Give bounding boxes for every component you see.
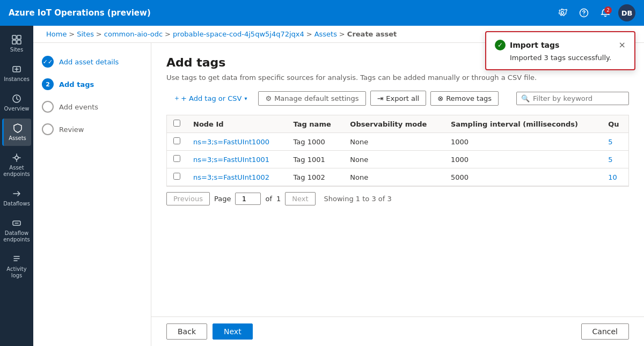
svg-point-8	[15, 156, 18, 159]
step-add-asset-details[interactable]: ✓ Add asset details	[42, 56, 142, 68]
table-row: ns=3;s=FastUInt1000 Tag 1000 None 1000 5	[167, 133, 628, 151]
breadcrumb-odc[interactable]: common-aio-odc	[104, 30, 163, 38]
notification-badge: 2	[604, 6, 612, 14]
row-checkbox[interactable]	[173, 173, 180, 180]
svg-rect-5	[17, 40, 21, 44]
settings-button[interactable]	[554, 4, 571, 21]
qu-cell: 10	[602, 168, 628, 186]
sidebar-label-activity-logs: Activity logs	[4, 266, 29, 279]
bottom-bar: Back Next Cancel	[151, 316, 644, 346]
step-circle-3	[42, 101, 54, 113]
previous-button[interactable]: Previous	[166, 192, 210, 205]
select-all-checkbox[interactable]	[173, 120, 180, 127]
top-navigation: Azure IoT Operations (preview) 2 DB	[0, 0, 644, 26]
export-all-button[interactable]: ⇥ Export all	[370, 91, 427, 106]
add-tag-csv-button[interactable]: ＋ + Add tag or CSV ▾	[166, 90, 254, 106]
qu-cell: 5	[602, 133, 628, 151]
breadcrumb-assets[interactable]: Assets	[314, 30, 337, 38]
row-checkbox[interactable]	[173, 155, 180, 162]
user-avatar[interactable]: DB	[618, 4, 635, 21]
notification-button[interactable]: 2	[597, 4, 614, 21]
panel-content: Add tags Use tags to get data from speci…	[151, 43, 644, 316]
sidebar-item-dataflows[interactable]: Dataflows	[2, 184, 31, 211]
table: Node Id Tag name Observability mode Samp…	[167, 115, 628, 186]
inner-layout: ✓ Add asset details 2 Add tags Add event…	[33, 43, 644, 346]
toast-message: Imported 3 tags successfully.	[495, 54, 626, 62]
row-checkbox[interactable]	[173, 137, 180, 144]
sidebar-label-instances: Instances	[4, 76, 30, 83]
sidebar-label-dataflows: Dataflows	[3, 201, 30, 207]
tag-name-cell: Tag 1000	[287, 133, 344, 151]
sidebar-item-assets[interactable]: Assets	[2, 119, 31, 146]
page-description: Use tags to get data from specific sourc…	[166, 73, 629, 82]
sidebar-label-sites: Sites	[10, 47, 23, 53]
step-circle-1: ✓	[42, 56, 54, 68]
step-add-tags[interactable]: 2 Add tags	[42, 78, 142, 90]
gear-icon: ⚙	[265, 94, 272, 102]
cancel-button[interactable]: Cancel	[581, 323, 629, 340]
col-node-id: Node Id	[187, 115, 287, 133]
of-label: of	[265, 195, 272, 203]
tag-name-cell: Tag 1002	[287, 168, 344, 186]
svg-rect-4	[12, 40, 16, 44]
breadcrumb-sites[interactable]: Sites	[77, 30, 94, 38]
tag-name-cell: Tag 1001	[287, 151, 344, 168]
filter-input[interactable]	[533, 94, 624, 102]
step-label-4: Review	[59, 126, 84, 134]
col-tag-name: Tag name	[287, 115, 344, 133]
export-icon: ⇥	[377, 94, 384, 102]
sidebar-item-overview[interactable]: Overview	[2, 89, 31, 116]
sidebar-item-sites[interactable]: Sites	[2, 30, 31, 57]
step-review[interactable]: Review	[42, 123, 142, 135]
qu-cell: 5	[602, 151, 628, 168]
back-button[interactable]: Back	[166, 323, 207, 340]
remove-tags-button[interactable]: ⊗ Remove tags	[430, 91, 499, 106]
sampling-cell: 1000	[444, 151, 602, 168]
tags-table: Node Id Tag name Observability mode Samp…	[166, 115, 629, 187]
table-row: ns=3;s=FastUInt1002 Tag 1002 None 5000 1…	[167, 168, 628, 186]
svg-point-1	[583, 14, 584, 16]
col-qu: Qu	[602, 115, 628, 133]
next-button[interactable]: Next	[285, 192, 315, 205]
observability-cell: None	[343, 133, 444, 151]
col-sampling: Sampling interval (milliseconds)	[444, 115, 602, 133]
observability-cell: None	[343, 151, 444, 168]
search-icon: 🔍	[521, 94, 530, 102]
sidebar-item-activity-logs[interactable]: Activity logs	[2, 249, 31, 283]
next-button-bottom[interactable]: Next	[213, 323, 253, 340]
page-number-input[interactable]	[235, 193, 261, 205]
node-id-link[interactable]: ns=3;s=FastUInt1000	[193, 138, 269, 146]
breadcrumb-space[interactable]: probable-space-cod-4j5qw5j4q72jqx4	[173, 30, 304, 38]
step-circle-4	[42, 123, 54, 135]
main-panel: Add tags Use tags to get data from speci…	[151, 43, 644, 346]
observability-cell: None	[343, 168, 444, 186]
svg-rect-3	[17, 35, 21, 39]
sampling-cell: 1000	[444, 133, 602, 151]
node-id-link[interactable]: ns=3;s=FastUInt1001	[193, 156, 269, 164]
chevron-down-icon: ▾	[244, 95, 247, 101]
sidebar-item-instances[interactable]: Instances	[2, 60, 31, 87]
content-area: Home > Sites > common-aio-odc > probable…	[33, 26, 644, 346]
sidebar-item-asset-endpoints[interactable]: Asset endpoints	[2, 148, 31, 182]
step-add-events[interactable]: Add events	[42, 101, 142, 113]
breadcrumb-home[interactable]: Home	[46, 30, 67, 38]
add-icon: ＋	[173, 93, 180, 103]
total-pages: 1	[276, 195, 281, 203]
help-button[interactable]	[575, 4, 592, 21]
sidebar-label-assets: Assets	[9, 135, 26, 142]
toolbar: ＋ + Add tag or CSV ▾ ⚙ Manage default se…	[166, 90, 629, 106]
step-label-2: Add tags	[59, 80, 94, 89]
node-id-link[interactable]: ns=3;s=FastUInt1002	[193, 173, 269, 181]
main-layout: Sites Instances Overview Assets	[0, 26, 644, 346]
toast-close-button[interactable]: ×	[619, 41, 626, 49]
app-title: Azure IoT Operations (preview)	[9, 8, 554, 18]
sampling-cell: 5000	[444, 168, 602, 186]
step-label-1: Add asset details	[59, 58, 119, 66]
step-label-3: Add events	[59, 103, 98, 111]
sidebar-item-dataflow-endpoints[interactable]: Dataflow endpoints	[2, 214, 31, 247]
page-label: Page	[214, 195, 231, 203]
manage-settings-button[interactable]: ⚙ Manage default settings	[258, 91, 365, 106]
nav-icons: 2 DB	[554, 4, 635, 21]
sidebar-label-asset-endpoints: Asset endpoints	[3, 165, 30, 178]
sidebar-label-overview: Overview	[4, 106, 29, 112]
